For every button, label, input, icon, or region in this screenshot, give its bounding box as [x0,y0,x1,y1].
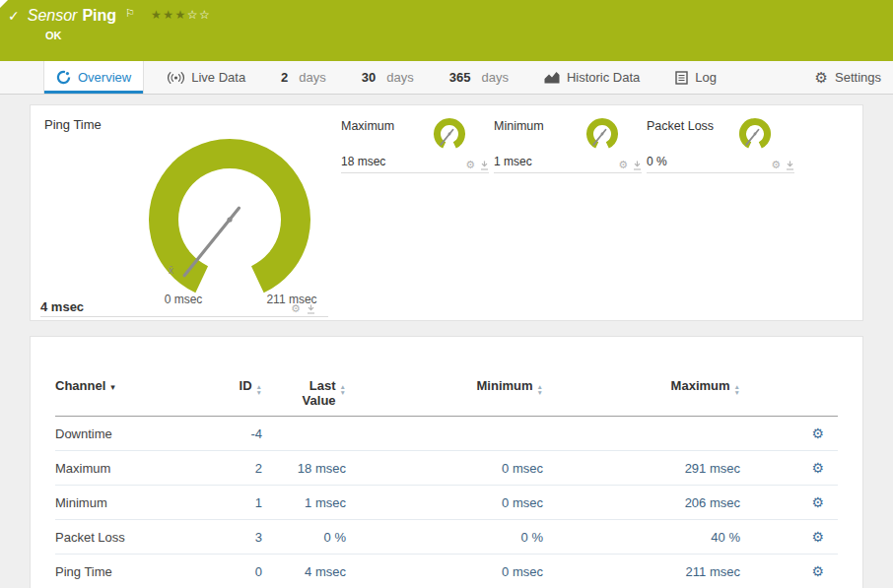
channel-minimum: 0 % [346,520,543,555]
pin-icon[interactable] [480,161,489,170]
table-header-row: Channel▾ ID▲▼ Last Value▲▼ Minimum▲▼ Max [55,376,838,417]
mini-gauge-packet-loss: Packet Loss 0 % ⚙ [647,115,794,178]
channel-last-value: 18 msec [262,451,346,486]
tab-log-label: Log [695,70,717,85]
column-header-last-value[interactable]: Last Value▲▼ [262,376,346,417]
channel-settings-icon[interactable]: ⚙ [811,460,824,476]
mini-gauge-actions: ⚙ [618,159,642,171]
historic-data-icon [544,71,560,84]
sensor-title-row: ✓ Sensor Ping ⚐ ★★★☆☆ [8,7,883,25]
tab-historic-data-label: Historic Data [567,70,640,85]
stars-filled[interactable]: ★★★ [151,8,187,22]
column-header-last-value-label: Last Value [293,378,336,408]
tab-365-days-number: 365 [449,70,471,85]
prtg-sensor-page: ✓ Sensor Ping ⚐ ★★★☆☆ OK Overview Live D… [0,0,893,588]
channel-maximum: 291 msec [543,451,740,486]
table-row: Maximum 2 18 msec 0 msec 291 msec ⚙ [55,451,838,486]
channel-minimum [346,417,543,451]
mini-gauge-title: Maximum [341,119,394,133]
channel-settings-icon[interactable]: ⚙ [811,563,824,579]
stars-empty[interactable]: ☆☆ [187,8,212,22]
column-header-minimum[interactable]: Minimum▲▼ [346,376,543,417]
gauge-actions: ⚙ [291,302,315,315]
sort-icon[interactable]: ▲▼ [537,384,543,395]
minimum-gauge [579,115,626,151]
sort-icon[interactable]: ▲▼ [256,384,262,395]
gauge-settings-icon[interactable]: ⚙ [618,159,628,171]
mini-gauge-minimum: Minimum 1 msec ⚙ [494,115,642,178]
channel-minimum: 0 msec [346,555,543,588]
column-header-id-label: ID [240,378,252,393]
channel-last-value: 0 % [262,520,346,555]
gauge-settings-icon[interactable]: ⚙ [291,302,301,315]
channel-table: Channel▾ ID▲▼ Last Value▲▼ Minimum▲▼ Max [55,376,838,588]
channel-table-panel: Channel▾ ID▲▼ Last Value▲▼ Minimum▲▼ Max [30,336,863,588]
tab-overview-label: Overview [78,70,131,85]
priority-stars[interactable]: ★★★☆☆ [151,8,211,22]
channel-minimum: 0 msec [346,451,543,486]
column-header-id[interactable]: ID▲▼ [193,376,262,417]
sensor-type-label: Sensor [28,7,78,25]
channel-actions: ⚙ [740,451,838,486]
status-badge: OK [45,30,883,41]
table-row: Minimum 1 1 msec 0 msec 206 msec ⚙ [55,486,838,520]
channel-id: 0 [193,555,262,588]
tab-365-days[interactable]: 365 days [438,61,520,94]
mini-gauge-maximum: Maximum 18 msec ⚙ [341,115,489,178]
column-header-minimum-label: Minimum [477,378,533,393]
table-row: Packet Loss 3 0 % 0 % 40 % ⚙ [55,520,838,555]
sort-icon[interactable]: ▲▼ [734,384,740,395]
sort-icon[interactable]: ▲▼ [340,384,346,395]
column-header-maximum-label: Maximum [671,378,730,393]
pin-icon[interactable] [786,161,794,170]
corner-fold [0,0,8,8]
tab-settings-label: Settings [835,70,881,85]
log-icon [675,71,688,85]
gauge-settings-icon[interactable]: ⚙ [771,159,781,171]
column-header-channel[interactable]: Channel▾ [55,376,193,417]
gauge-average-marker: x̄ [169,265,173,276]
tab-365-days-unit: days [481,70,508,85]
tab-live-data-label: Live Data [191,70,245,85]
main-content: Ping Time x̄ 0 msec 211 msec 4 msec ⚙ Ma… [0,95,893,588]
chevron-down-icon[interactable]: ▾ [110,382,115,392]
tab-2-days[interactable]: 2 days [269,61,338,94]
mini-gauge-value: 0 % [647,155,667,168]
channel-maximum: 211 msec [543,555,740,588]
sensor-header: ✓ Sensor Ping ⚐ ★★★☆☆ OK [0,0,893,61]
ping-time-gauge [111,117,348,296]
column-header-channel-label: Channel [55,378,105,393]
gauge-arc [164,154,296,280]
tab-30-days[interactable]: 30 days [350,61,426,94]
mini-gauge-actions: ⚙ [465,159,489,171]
channel-last-value: 1 msec [262,486,346,520]
tab-bar: Overview Live Data 2 days 30 days 365 da… [0,61,893,95]
channel-id: 3 [193,520,262,555]
channel-actions: ⚙ [740,417,838,451]
channel-settings-icon[interactable]: ⚙ [811,494,824,510]
channel-settings-icon[interactable]: ⚙ [811,529,824,545]
pin-icon[interactable] [633,161,642,170]
channel-actions: ⚙ [740,555,838,588]
gauge-needle-hub [227,217,232,222]
mini-gauge-value: 1 msec [494,155,532,168]
tab-overview[interactable]: Overview [43,61,144,94]
channel-last-value: 4 msec [262,555,346,588]
tab-live-data[interactable]: Live Data [156,61,257,94]
gauge-settings-icon[interactable]: ⚙ [465,159,475,171]
column-header-maximum[interactable]: Maximum▲▼ [543,376,740,417]
mini-gauge-divider [647,172,794,173]
flag-icon[interactable]: ⚐ [125,7,135,20]
tab-log[interactable]: Log [663,61,728,94]
gauge-panel: Ping Time x̄ 0 msec 211 msec 4 msec ⚙ Ma… [30,104,863,321]
tab-settings[interactable]: ⚙ Settings [803,61,893,94]
gauge-divider [40,316,328,317]
mini-gauge-title: Packet Loss [647,119,714,133]
channel-name: Minimum [55,486,193,520]
channel-settings-icon[interactable]: ⚙ [811,425,824,441]
channel-name: Maximum [55,451,193,486]
pin-icon[interactable] [307,304,315,314]
overview-icon [56,70,71,85]
tab-historic-data[interactable]: Historic Data [532,61,652,94]
channel-id: -4 [193,417,262,451]
